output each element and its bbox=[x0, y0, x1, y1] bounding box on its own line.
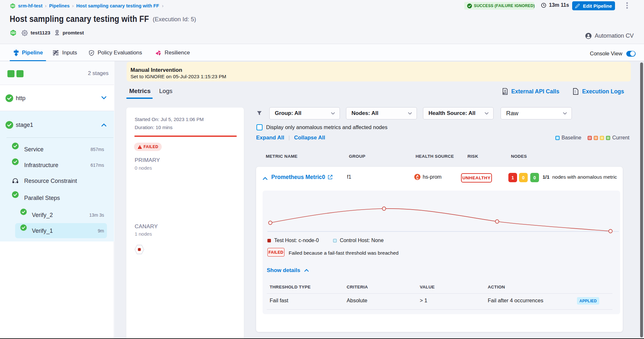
svg-text:API: API bbox=[503, 92, 506, 94]
